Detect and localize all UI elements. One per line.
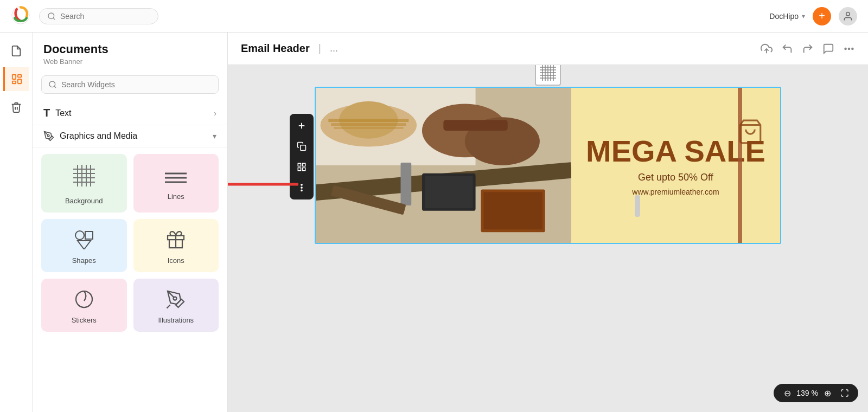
illustrations-icon [166,289,186,311]
stickers-label: Stickers [72,316,97,324]
svg-rect-65 [401,163,412,205]
svg-rect-63 [443,120,507,131]
zoom-bar: ⊖ 139 % ⊕ [774,384,858,402]
svg-point-26 [174,297,177,300]
text-section-icon: T [43,107,50,119]
svg-rect-6 [18,79,21,83]
redo-icon[interactable] [802,43,814,55]
icon-bar-trash[interactable] [4,95,28,119]
widget-background[interactable]: Background [41,154,127,213]
doc-ellipsis[interactable]: ... [330,43,338,54]
widget-grid: Background Lines [33,147,227,338]
svg-rect-60 [334,127,403,129]
zoom-out-button[interactable]: ⊖ [781,387,793,399]
comment-icon[interactable] [822,43,834,55]
svg-point-1 [48,13,54,19]
avatar[interactable] [839,7,857,25]
widget-illustrations[interactable]: Illustrations [133,279,219,332]
icon-bar [0,33,33,412]
svg-point-23 [75,231,84,240]
graphics-section-label: Graphics and Media [60,131,137,141]
svg-rect-49 [298,168,301,171]
chevron-down-icon: ▾ [802,12,805,20]
widget-stickers[interactable]: Stickers [41,279,127,332]
dochipo-menu[interactable]: DocHipo ▾ [769,12,805,21]
banner[interactable]: MEGA SALE Get upto 50% Off www.premiumle… [315,87,781,244]
sidebar-subtitle: Web Banner [43,57,216,66]
canvas-scroll[interactable]: MEGA SALE Get upto 50% Off www.premiumle… [228,65,868,412]
topbar: DocHipo ▾ + [0,0,868,33]
svg-rect-11 [73,165,95,186]
svg-line-9 [54,86,56,88]
svg-rect-50 [303,168,305,171]
svg-rect-58 [328,119,409,122]
background-icon [73,165,95,191]
svg-line-27 [167,305,170,308]
background-label: Background [65,197,103,205]
topbar-search-bar[interactable] [39,8,158,24]
widget-lines[interactable]: Lines [133,154,219,213]
shapes-label: Shapes [72,256,96,265]
main-content: Documents Web Banner T Text › [0,33,868,412]
canvas-toolbar-right [761,43,855,55]
sidebar-section-text[interactable]: T Text › [33,101,227,125]
topbar-search-input[interactable] [60,12,147,21]
svg-point-29 [845,48,846,49]
shapes-icon [73,230,95,251]
widget-shapes[interactable]: Shapes [41,219,127,272]
float-copy-button[interactable] [292,137,311,156]
svg-point-3 [846,12,850,16]
pattern-icon[interactable] [535,65,561,86]
icons-label: Icons [168,256,184,265]
banner-photo [316,88,571,243]
svg-point-52 [301,187,302,188]
undo-icon[interactable] [781,43,793,55]
svg-rect-48 [303,163,305,166]
icon-bar-documents[interactable] [4,39,28,63]
sidebar-header: Documents Web Banner [33,33,227,68]
svg-rect-5 [18,75,21,78]
zoom-in-button[interactable]: ⊕ [821,387,833,399]
sidebar-resize-handle[interactable] [635,195,640,217]
svg-line-2 [53,18,55,20]
svg-point-51 [301,184,302,185]
canvas-area: Email Header | ... [228,33,868,412]
svg-point-8 [49,81,55,87]
svg-rect-47 [298,163,301,166]
icon-bar-editor[interactable] [3,67,29,91]
sidebar: Documents Web Banner T Text › [33,33,228,412]
sidebar-section-graphics[interactable]: Graphics and Media ▾ [33,125,227,147]
canvas-toolbar: Email Header | ... [228,33,868,65]
graphics-section-icon [43,131,54,141]
more-options-icon[interactable] [843,43,855,55]
save-cloud-icon[interactable] [761,43,773,55]
illustrations-label: Illustrations [158,316,194,324]
text-section-label: Text [55,108,71,118]
svg-rect-7 [12,81,16,84]
lines-label: Lines [168,192,184,201]
svg-rect-46 [301,145,306,151]
banner-right: MEGA SALE Get upto 50% Off www.premiumle… [571,88,780,243]
discount-text: Get upto 50% Off [638,172,713,183]
doc-separator: | [318,42,321,55]
svg-rect-59 [331,123,406,126]
logo[interactable] [11,5,30,27]
create-button[interactable]: + [813,7,831,25]
svg-rect-67 [425,176,473,208]
svg-point-30 [848,48,850,49]
svg-point-31 [852,48,853,49]
svg-marker-25 [78,241,91,249]
svg-rect-73 [483,192,542,229]
fullscreen-button[interactable] [839,387,851,399]
graphics-section-arrow: ▾ [213,132,216,140]
search-widgets-bar[interactable] [41,75,219,94]
sidebar-title: Documents [43,42,216,56]
svg-point-10 [48,135,49,137]
dochipo-label: DocHipo [769,12,799,21]
float-add-button[interactable] [292,116,311,136]
svg-rect-4 [12,75,16,79]
bag-icon [737,118,764,150]
search-widgets-input[interactable] [61,80,212,89]
widget-icons[interactable]: Icons [133,219,219,272]
zoom-level: 139 % [796,389,818,397]
